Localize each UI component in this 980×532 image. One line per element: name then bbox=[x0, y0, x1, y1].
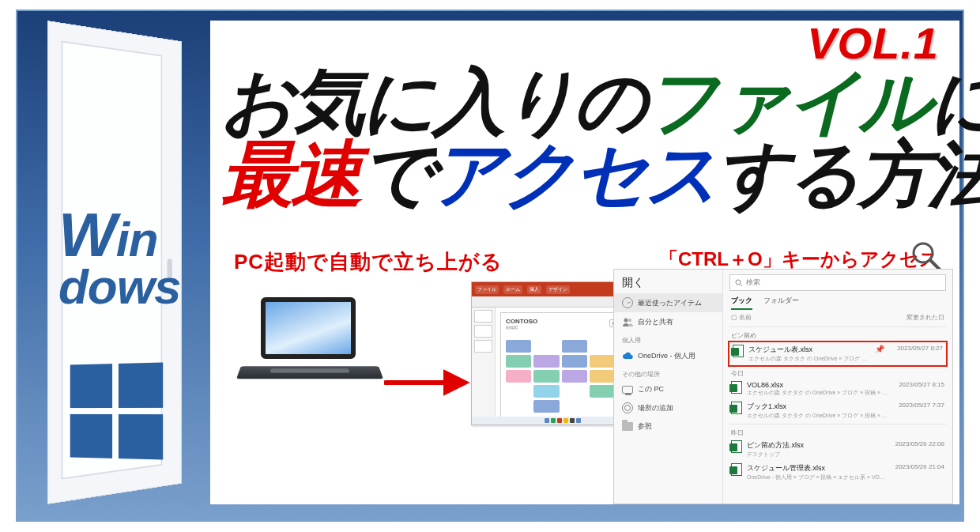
dialog-tabs: ブック フォルダー bbox=[723, 294, 952, 310]
search-icon bbox=[735, 279, 743, 287]
file-name: スケジュール管理表.xlsx bbox=[747, 463, 886, 474]
nav-shared-label: 自分と共有 bbox=[638, 317, 673, 327]
svg-point-4 bbox=[736, 280, 741, 285]
nav-browse[interactable]: 参照 bbox=[614, 417, 722, 436]
arrow-icon bbox=[384, 367, 471, 398]
nav-recent-label: 最近使ったアイテム bbox=[638, 298, 702, 308]
file-date: 2023/05/26 22:08 bbox=[891, 440, 944, 447]
nav-section-personal: 個人用 bbox=[614, 331, 722, 346]
excel-file-icon bbox=[731, 402, 742, 414]
dialog-right-pane: 検索 ブック フォルダー ▢ 名前 変更された日 ピン留め bbox=[723, 270, 952, 504]
windows-wordmark: Win dows bbox=[58, 207, 180, 309]
file-name: VOL86.xlsx bbox=[747, 381, 889, 389]
tab-book[interactable]: ブック bbox=[731, 296, 752, 310]
group-yesterday: 昨日 bbox=[723, 426, 952, 438]
nav-add-place-label: 場所の追加 bbox=[638, 403, 673, 413]
file-date: 2023/05/27 8:27 bbox=[892, 345, 943, 352]
nav-onedrive-label: OneDrive - 個人用 bbox=[638, 351, 695, 361]
headline-part-6: アクセス bbox=[432, 134, 716, 214]
search-input[interactable]: 検索 bbox=[729, 274, 946, 291]
nav-onedrive[interactable]: OneDrive - 個人用 bbox=[614, 346, 722, 365]
pin-icon[interactable]: 📌 bbox=[872, 345, 888, 353]
nav-section-other: その他の場所 bbox=[614, 365, 722, 380]
headline-part-5: で bbox=[360, 134, 432, 214]
file-path: デスクトップ bbox=[747, 451, 886, 458]
content-card: VOL.1 お気に入りのファイルに 最速でアクセスする方法 PC起動で自動で立ち… bbox=[210, 21, 959, 504]
headline: お気に入りのファイルに 最速でアクセスする方法 bbox=[221, 65, 956, 212]
svg-point-2 bbox=[624, 319, 628, 323]
file-path: OneDrive - 個人用 » ブログ » 投稿 » エクセル系 » VOL1… bbox=[747, 474, 886, 481]
headline-part-1: お気に入りの bbox=[221, 61, 645, 141]
excel-file-icon bbox=[731, 463, 742, 476]
file-path: エクセルの森 タクタク の OneDrive » ブログ » 投稿 » エクセル… bbox=[747, 389, 889, 397]
laptop-icon bbox=[239, 297, 373, 392]
nav-this-pc[interactable]: この PC bbox=[614, 380, 722, 398]
headline-part-3: に bbox=[929, 61, 980, 141]
group-today: 今日 bbox=[723, 367, 952, 379]
windows-logo-icon bbox=[70, 362, 163, 459]
search-placeholder: 検索 bbox=[746, 277, 760, 288]
clock-icon bbox=[622, 297, 633, 308]
pc-icon bbox=[622, 386, 633, 394]
excel-open-dialog: 開く 最近使ったアイテム 自分と共有 個人用 bbox=[613, 269, 953, 504]
file-name: ピン留め方法.xlsx bbox=[747, 440, 886, 451]
headline-part-2: ファイル bbox=[645, 61, 929, 141]
tab-folder[interactable]: フォルダー bbox=[763, 296, 799, 310]
people-icon bbox=[622, 316, 633, 327]
file-row-pinned[interactable]: スケジュール表.xlsx エクセルの森 タクタク の OneDrive » ブロ… bbox=[728, 341, 948, 367]
nav-this-pc-label: この PC bbox=[638, 384, 664, 394]
windows-dows: dows bbox=[58, 259, 180, 314]
nav-shared[interactable]: 自分と共有 bbox=[614, 312, 722, 331]
excel-file-icon bbox=[733, 345, 744, 357]
folder-icon bbox=[622, 422, 633, 431]
headline-part-7: する方法 bbox=[716, 134, 980, 214]
left-caption: PC起動で自動で立ち上がる bbox=[234, 248, 597, 276]
file-name: ブック1.xlsx bbox=[747, 402, 889, 412]
file-date: 2023/05/27 7:37 bbox=[894, 402, 944, 409]
left-section: PC起動で自動で立ち上がる ファイルホーム挿入デザイン CONTOSO bbox=[234, 248, 597, 276]
column-headers: ▢ 名前 変更された日 bbox=[723, 310, 952, 325]
nav-recent[interactable]: 最近使ったアイテム bbox=[614, 293, 722, 312]
file-date: 2023/05/27 8:15 bbox=[894, 381, 944, 388]
col-date: 変更された日 bbox=[906, 313, 944, 322]
svg-line-5 bbox=[741, 284, 743, 286]
nav-add-place[interactable]: 場所の追加 bbox=[614, 398, 722, 417]
cloud-icon bbox=[622, 350, 633, 361]
nav-browse-label: 参照 bbox=[638, 421, 652, 432]
group-pinned: ピン留め bbox=[723, 329, 952, 341]
file-row[interactable]: VOL86.xlsx エクセルの森 タクタク の OneDrive » ブログ … bbox=[723, 379, 952, 399]
excel-file-icon bbox=[731, 440, 742, 453]
thumbnail-frame: Win dows VOL.1 お気に入りのファイルに 最速でアクセスする方法 P… bbox=[16, 9, 964, 522]
col-name: 名前 bbox=[739, 314, 752, 321]
excel-file-icon bbox=[731, 381, 742, 394]
dialog-left-nav: 開く 最近使ったアイテム 自分と共有 個人用 bbox=[614, 270, 723, 504]
globe-icon bbox=[622, 402, 633, 413]
dialog-title: 開く bbox=[614, 273, 722, 293]
file-row[interactable]: ピン留め方法.xlsx デスクトップ 2023/05/26 22:08 bbox=[723, 438, 952, 461]
headline-part-4: 最速 bbox=[221, 134, 360, 214]
file-row[interactable]: スケジュール管理表.xlsx OneDrive - 個人用 » ブログ » 投稿… bbox=[723, 461, 952, 484]
file-row[interactable]: ブック1.xlsx エクセルの森 タクタク の OneDrive » ブログ »… bbox=[723, 399, 952, 422]
windows-in: in bbox=[116, 212, 158, 266]
file-path: エクセルの森 タクタク の OneDrive » ブログ » 投稿 » wind… bbox=[748, 355, 867, 363]
file-path: エクセルの森 タクタク の OneDrive » ブログ » 投稿 » エクセル… bbox=[747, 412, 889, 420]
file-date: 2023/05/26 21:04 bbox=[891, 463, 944, 470]
svg-point-3 bbox=[628, 319, 631, 322]
file-name: スケジュール表.xlsx bbox=[748, 345, 867, 355]
